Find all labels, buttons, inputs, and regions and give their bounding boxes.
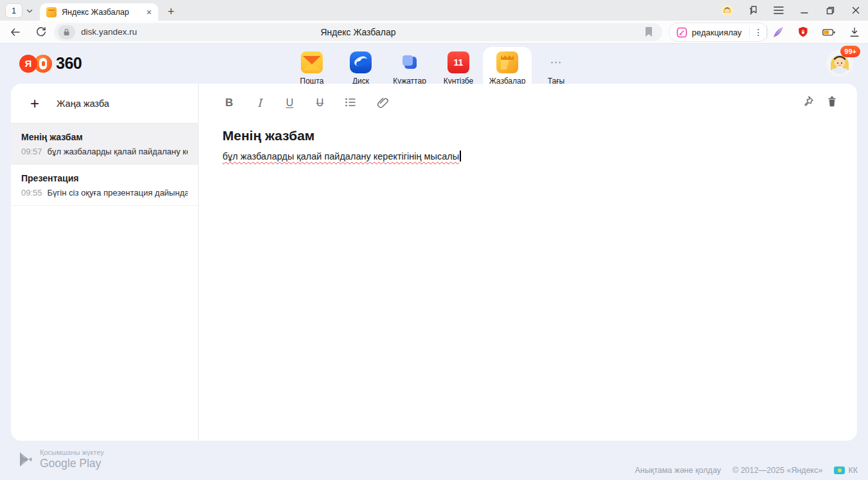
documents-icon [399,51,420,73]
note-editor: B I U U [199,84,857,441]
download-icon [848,25,861,39]
notes-sidebar: + Жаңа жазба Менің жазбам 09:57 бұл жазб… [11,84,199,441]
note-actions [800,95,839,109]
new-tab-button[interactable]: + [162,3,180,21]
reload-icon [35,26,47,38]
new-note-button[interactable]: + Жаңа жазба [11,84,198,124]
tab-list-chevron-button[interactable] [23,3,37,18]
edit-mode-button[interactable]: редакциялау [669,27,749,38]
reload-button[interactable] [33,24,49,40]
battery-indicator[interactable] [821,24,836,40]
mail-icon [301,51,323,73]
bold-button[interactable]: B [222,97,236,109]
page-title: Яндекс Жазбалар [54,23,662,41]
edit-mode-pill: редакциялау ⋮ [669,23,768,42]
workspace: + Жаңа жазба Менің жазбам 09:57 бұл жазб… [0,84,868,441]
note-list-item[interactable]: Презентация 09:55 Бүгін сіз оқуға презен… [11,165,198,206]
window-minimize-button[interactable] [799,5,810,16]
format-toolbar: B I U U [222,95,857,111]
browser-avatar-button[interactable] [721,5,733,16]
tab-close-button[interactable]: × [147,8,152,17]
note-list-item[interactable]: Менің жазбам 09:57 бұл жазбаларды қалай … [11,124,198,165]
pin-note-button[interactable] [800,95,815,109]
app-calendar[interactable]: 11 Күнтізбе [434,47,483,89]
google-play-label: Google Play [40,457,104,470]
note-item-title: Презентация [21,173,188,183]
kazakhstan-flag-icon [834,466,845,474]
note-item-title: Менің жазбам [21,132,188,142]
new-note-label: Жаңа жазба [57,98,109,109]
bullet-list-icon [343,95,357,109]
language-switcher[interactable]: КК [834,466,858,475]
minimize-icon [800,6,809,15]
collections-button[interactable] [747,5,759,16]
browser-menu-button[interactable] [773,5,784,16]
battery-icon [821,25,836,39]
browser-tab[interactable]: Яндекс Жазбалар × [40,3,158,21]
note-title[interactable]: Менің жазбам [222,128,857,143]
browser-address-bar: disk.yandex.ru Яндекс Жазбалар редакциял… [0,21,868,44]
tab-title: Яндекс Жазбалар [62,8,141,17]
google-play-icon [18,451,33,468]
trash-icon [825,95,839,109]
chevron-down-icon [26,7,33,15]
attach-file-button[interactable] [375,95,391,111]
page-footer: Қосымшаны жүктеу Google Play Анықтама жә… [0,441,868,480]
window-close-button[interactable] [850,5,862,16]
yandex-360-logo[interactable]: Я 360 [19,54,82,73]
downloads-button[interactable] [847,24,862,40]
tab-counter-button[interactable]: 1 [5,3,23,18]
delete-note-button[interactable] [825,95,839,109]
google-play-text: Қосымшаны жүктеу Google Play [40,448,104,470]
back-arrow-icon [9,26,22,38]
note-body[interactable]: бұл жазбаларды қалай пайдалану керектігі… [222,151,857,162]
note-item-preview: Бүгін сіз оқуға презентация дайында... [48,188,188,198]
app-mail[interactable]: Пошта [287,47,336,89]
tabbar-right-icons [721,0,862,21]
google-play-caption: Қосымшаны жүктеу [40,448,104,456]
logo-360-text: 360 [56,54,82,73]
plus-icon: + [30,97,39,110]
app-notes[interactable]: Жазбалар [483,47,532,89]
note-item-time: 09:57 [21,147,42,156]
pin-icon [800,95,815,109]
feather-icon [771,25,785,39]
window-restore-button[interactable] [824,5,836,16]
shield-lock-icon [797,25,809,39]
tab-count: 1 [12,6,16,15]
collections-icon [747,5,759,16]
paperclip-icon [375,95,390,109]
language-code: КК [848,466,858,475]
text-caret [460,151,461,162]
strikethrough-button[interactable]: U [313,97,327,109]
app-more[interactable]: ⋯ Тағы [532,47,581,89]
alice-assistant-button[interactable] [770,24,786,40]
notes-card: + Жаңа жазба Менің жазбам 09:57 бұл жазб… [11,84,857,441]
help-link[interactable]: Анықтама және қолдау [635,466,721,475]
copyright-text: © 2012—2025 «Яндекс» [732,466,822,475]
calendar-icon: 11 [448,51,469,73]
underline-button[interactable]: U [283,97,296,109]
back-button[interactable] [8,24,23,40]
close-icon [851,6,860,15]
edit-options-button[interactable]: ⋮ [750,27,768,37]
note-item-time: 09:55 [21,188,42,198]
notes-favicon-icon [46,7,57,17]
toolbar-divider [766,26,767,39]
protect-button[interactable] [795,24,811,40]
url-field[interactable]: disk.yandex.ru Яндекс Жазбалар [54,23,662,41]
app-documents[interactable]: Құжаттар [385,47,434,89]
app-switcher: Пошта Диск [287,47,581,89]
account-avatar[interactable]: 99+ [826,49,854,77]
bookmark-icon [644,26,653,37]
note-body-text: бұл жазбаларды қалай пайдалану керектігі… [222,151,459,162]
italic-button[interactable]: I [253,97,266,109]
bookmark-button[interactable] [644,26,656,38]
restore-icon [826,6,835,15]
footer-right: Анықтама және қолдау © 2012—2025 «Яндекс… [635,466,858,475]
bullet-list-button[interactable] [343,95,359,111]
note-item-meta: 09:55 Бүгін сіз оқуға презентация дайынд… [21,188,188,198]
app-disk[interactable]: Диск [336,47,385,89]
google-play-link[interactable]: Қосымшаны жүктеу Google Play [18,448,104,470]
edit-pencil-icon [676,27,687,38]
